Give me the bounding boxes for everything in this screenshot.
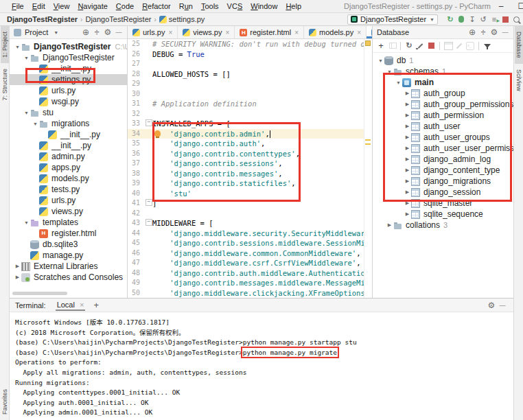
project-tree-item-register.html[interactable]: register.html: [10, 228, 127, 239]
project-tree-item-__init__.py[interactable]: __init__.py: [10, 140, 127, 151]
code-line-27[interactable]: 27: [128, 59, 372, 69]
project-tree-item-admin.py[interactable]: admin.py: [10, 151, 127, 162]
tool-strip-sciview[interactable]: SciView: [515, 64, 523, 97]
project-tree-item-external libraries[interactable]: ▶External Libraries: [10, 261, 127, 272]
chevron-right-icon[interactable]: ▶: [386, 222, 393, 228]
close-icon[interactable]: ×: [225, 29, 229, 36]
menu-navigate[interactable]: Navigate: [73, 2, 111, 10]
database-tree-item-django_admin_log[interactable]: ▶django_admin_log: [373, 154, 513, 165]
code-line-37[interactable]: 37 'django.contrib.sessions',: [128, 159, 372, 169]
target-icon[interactable]: [80, 27, 91, 37]
code-line-30[interactable]: 30: [128, 89, 372, 100]
chevron-down-icon[interactable]: ▼: [23, 220, 30, 225]
database-tree-item-sqlite_sequence[interactable]: ▶sqlite_sequence: [373, 209, 513, 220]
minimize-icon[interactable]: [113, 27, 124, 37]
database-tree-item-auth_user[interactable]: ▶auth_user: [373, 121, 513, 132]
menu-file[interactable]: File: [8, 2, 28, 10]
fold-marker-icon[interactable]: [146, 218, 152, 229]
menu-edit[interactable]: Edit: [28, 2, 49, 10]
profiler-icon[interactable]: [478, 14, 489, 24]
debug-icon[interactable]: [456, 14, 467, 24]
project-tree-item-urls.py[interactable]: urls.py: [10, 85, 127, 96]
editor-error-stripe[interactable]: [364, 39, 372, 298]
minimize-icon[interactable]: [497, 301, 508, 310]
menu-refactor[interactable]: Refactor: [138, 2, 175, 10]
code-editor[interactable]: 25# SECURITY WARNING: don't run with deb…: [128, 39, 372, 298]
editor-tab-settings.py[interactable]: settings.py×: [367, 26, 372, 38]
editor-tab-register.html[interactable]: register.html×: [235, 26, 304, 38]
menu-vcs[interactable]: VCS: [223, 2, 247, 10]
breadcrumb-item[interactable]: settings.py: [169, 15, 205, 23]
code-line-40[interactable]: 40 'stu': [128, 189, 372, 199]
project-tree-item-migrations[interactable]: ▼migrations: [10, 118, 127, 129]
chevron-down-icon[interactable]: ▼: [395, 80, 402, 85]
chevron-down-icon[interactable]: ▼: [14, 45, 21, 49]
database-tree-item-sqlite_master[interactable]: ▶sqlite_master: [373, 198, 513, 209]
chevron-right-icon[interactable]: ▶: [404, 145, 411, 151]
fold-marker-icon[interactable]: [146, 198, 152, 209]
gear-icon[interactable]: [489, 27, 500, 37]
chevron-right-icon[interactable]: ▶: [404, 124, 411, 129]
menu-tools[interactable]: Tools: [197, 2, 223, 10]
project-tree-item-templates[interactable]: ▼templates: [10, 217, 127, 228]
code-line-49[interactable]: 49 'django.contrib.messages.middleware.M…: [128, 278, 372, 288]
chevron-right-icon[interactable]: ▶: [404, 156, 411, 162]
minimize-icon[interactable]: [500, 27, 511, 37]
run-configuration-select[interactable]: DjangoTestRegister ▼: [347, 14, 438, 25]
project-horizontal-scrollbar[interactable]: [12, 292, 67, 295]
project-tree-item-apps.py[interactable]: apps.py: [10, 162, 127, 173]
database-tree-item-auth_user_user_permissions[interactable]: ▶auth_user_user_permissions: [373, 143, 513, 154]
terminal-tab-local[interactable]: Local ×: [56, 299, 86, 311]
chevron-right-icon[interactable]: ▶: [404, 167, 411, 173]
table-data-icon[interactable]: [443, 41, 454, 51]
code-line-34[interactable]: 34 'django.contrib.admin',: [128, 129, 372, 139]
code-line-45[interactable]: 45 'django.contrib.sessions.middleware.S…: [128, 238, 372, 248]
database-tree-item-django_migrations[interactable]: ▶django_migrations: [373, 176, 513, 187]
chevron-right-icon[interactable]: ▶: [404, 102, 411, 107]
menu-window[interactable]: Window: [246, 2, 281, 10]
editor-tab-views.py[interactable]: views.py×: [178, 26, 235, 38]
project-tree-item-scratches and consoles[interactable]: ▶Scratches and Consoles: [10, 272, 127, 283]
code-line-35[interactable]: 35 'django.contrib.auth',: [128, 139, 372, 149]
tool-strip-favorites[interactable]: Favorites: [1, 384, 9, 420]
edit-icon[interactable]: [454, 41, 465, 51]
project-tree-item-db.sqlite3[interactable]: db.sqlite3: [10, 239, 127, 250]
project-tree-item-manage.py[interactable]: manage.py: [10, 250, 127, 261]
add-icon[interactable]: [375, 41, 386, 51]
close-icon[interactable]: ×: [80, 301, 84, 309]
tool-strip--structure[interactable]: 7: Structure: [1, 63, 9, 106]
stop-icon[interactable]: [426, 41, 437, 51]
chevron-right-icon[interactable]: ▶: [404, 91, 411, 96]
code-line-50[interactable]: 50 'django.middleware.clickjacking.XFram…: [128, 288, 372, 299]
intention-bulb-icon[interactable]: [154, 130, 161, 137]
code-line-48[interactable]: 48 'django.contrib.auth.middleware.Authe…: [128, 268, 372, 279]
chevron-right-icon[interactable]: ▶: [14, 264, 21, 269]
chevron-down-icon[interactable]: ▼: [32, 121, 39, 126]
sync-icon[interactable]: [415, 41, 426, 51]
chevron-down-icon[interactable]: ▼: [23, 110, 30, 115]
maximize-button[interactable]: ☐: [511, 0, 523, 12]
collapse-icon[interactable]: [91, 27, 102, 37]
database-tree-item-django_session[interactable]: ▶django_session: [373, 187, 513, 198]
copy-icon[interactable]: [386, 41, 397, 51]
minimize-button[interactable]: –: [491, 0, 511, 12]
code-line-41[interactable]: 41]: [128, 198, 372, 209]
search-icon[interactable]: [511, 14, 522, 24]
code-line-31[interactable]: 31# Application definition: [128, 99, 372, 109]
database-tree-item-schemas[interactable]: ▼schemas1: [373, 66, 513, 77]
project-tree-item-wsgi.py[interactable]: wsgi.py: [10, 96, 127, 107]
code-line-42[interactable]: 42: [128, 209, 372, 219]
code-line-44[interactable]: 44 'django.middleware.security.SecurityM…: [128, 229, 372, 239]
code-line-29[interactable]: 29: [128, 79, 372, 89]
code-line-39[interactable]: 39 'django.contrib.staticfiles',: [128, 178, 372, 189]
console-icon[interactable]: [465, 41, 476, 51]
code-line-26[interactable]: 26DEBUG = True: [128, 49, 372, 60]
chevron-right-icon[interactable]: ▶: [404, 200, 411, 206]
database-tree-item-auth_group[interactable]: ▶auth_group: [373, 88, 513, 99]
code-line-33[interactable]: 33INSTALLED_APPS = [: [128, 119, 372, 129]
chevron-right-icon[interactable]: ▶: [404, 211, 411, 217]
close-icon[interactable]: ×: [168, 29, 172, 36]
chevron-down-icon[interactable]: ▼: [386, 69, 393, 74]
collapse-icon[interactable]: [478, 27, 489, 37]
chevron-down-icon[interactable]: ▼: [377, 58, 384, 63]
